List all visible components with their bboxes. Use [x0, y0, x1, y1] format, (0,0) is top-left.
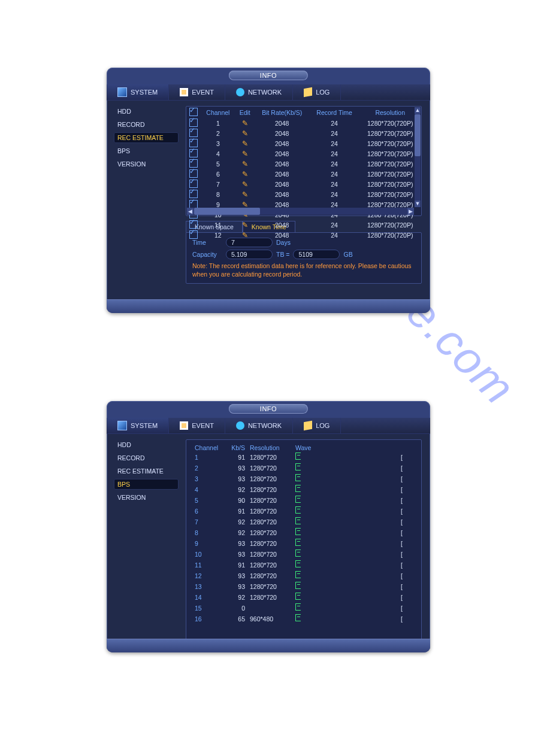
- scroll-left-icon[interactable]: ◀: [187, 208, 194, 215]
- check-icon[interactable]: [189, 159, 198, 168]
- sidebar-item-record[interactable]: RECORD: [114, 119, 179, 130]
- check-icon[interactable]: [189, 139, 198, 147]
- check-icon[interactable]: [189, 149, 198, 157]
- cell-wave: [293, 592, 398, 603]
- check-all-icon[interactable]: [189, 108, 198, 116]
- cell-edit[interactable]: ✎: [235, 139, 255, 149]
- table-row[interactable]: 11✎2048241280*720(720P): [186, 220, 421, 230]
- pencil-icon[interactable]: ✎: [242, 231, 248, 239]
- cell-edit[interactable]: ✎: [235, 230, 255, 241]
- cell-bitrate: 2048: [255, 190, 310, 200]
- check-icon[interactable]: [189, 200, 198, 208]
- cell-bracket: [: [398, 603, 415, 614]
- scroll-thumb-h[interactable]: [194, 208, 260, 215]
- sidebar-item-version[interactable]: VERSION: [114, 159, 179, 169]
- cell-edit[interactable]: ✎: [235, 149, 255, 159]
- table-row: 13931280*720[: [192, 581, 415, 592]
- cell-channel: 8: [201, 190, 235, 200]
- pencil-icon[interactable]: ✎: [242, 190, 248, 199]
- cell-bracket: [: [398, 527, 415, 538]
- table-row[interactable]: 12✎2048241280*720(720P): [186, 230, 421, 241]
- cell-record-time: 24: [310, 129, 359, 139]
- sidebar-item-rec-estimate[interactable]: REC ESTIMATE: [114, 466, 179, 476]
- horizontal-scrollbar[interactable]: ◀ ▶: [187, 208, 414, 215]
- wave-icon: [295, 474, 301, 481]
- sidebar-item-version[interactable]: VERSION: [114, 492, 179, 503]
- table-row[interactable]: 6✎2048241280*720(720P): [186, 169, 421, 180]
- cell-edit[interactable]: ✎: [235, 220, 255, 230]
- check-icon[interactable]: [189, 119, 198, 127]
- cell-edit[interactable]: ✎: [235, 119, 255, 129]
- sidebar-item-hdd[interactable]: HDD: [114, 106, 179, 117]
- table-row[interactable]: 2✎2048241280*720(720P): [186, 129, 421, 139]
- tab-system[interactable]: SYSTEM: [107, 418, 169, 433]
- window-title: INFO: [229, 71, 308, 80]
- table-row[interactable]: 1✎2048241280*720(720P): [186, 119, 421, 129]
- pencil-icon[interactable]: ✎: [242, 170, 248, 178]
- table-row[interactable]: 5✎2048241280*720(720P): [186, 159, 421, 169]
- scroll-down-icon[interactable]: ▼: [415, 201, 421, 207]
- sidebar-item-bps[interactable]: BPS: [114, 479, 179, 490]
- capacity-input[interactable]: 5.109: [226, 250, 273, 259]
- table-row: 1911280*720[: [192, 452, 415, 463]
- cell-resolution: [247, 603, 293, 614]
- wave-icon: [295, 593, 301, 600]
- pencil-icon[interactable]: ✎: [242, 139, 248, 148]
- cell-edit[interactable]: ✎: [235, 169, 255, 180]
- sidebar-item-rec-estimate[interactable]: REC ESTIMATE: [114, 132, 179, 143]
- check-icon[interactable]: [189, 190, 198, 198]
- tab-network[interactable]: NETWORK: [225, 418, 293, 433]
- wave-icon: [295, 517, 301, 524]
- cell-resolution: 1280*720: [247, 473, 293, 484]
- sidebar-item-record[interactable]: RECORD: [114, 453, 179, 463]
- cell-wave: [293, 560, 398, 570]
- wave-icon: [295, 539, 301, 546]
- tab-event[interactable]: EVENT: [169, 418, 225, 433]
- tab-event[interactable]: EVENT: [169, 84, 225, 100]
- cell-bitrate: 2048: [255, 220, 310, 230]
- scroll-thumb[interactable]: [415, 114, 421, 156]
- tab-network[interactable]: NETWORK: [225, 84, 293, 100]
- pencil-icon[interactable]: ✎: [242, 221, 248, 229]
- tab-system[interactable]: SYSTEM: [107, 84, 169, 100]
- check-icon[interactable]: [189, 220, 198, 229]
- cell-bracket: [: [398, 592, 415, 603]
- table-row[interactable]: 4✎2048241280*720(720P): [186, 149, 421, 159]
- cell-edit[interactable]: ✎: [235, 180, 255, 190]
- cell-edit[interactable]: ✎: [235, 129, 255, 139]
- check-icon[interactable]: [189, 129, 198, 137]
- cell-resolution: 1280*720: [247, 452, 293, 463]
- cell-edit[interactable]: ✎: [235, 159, 255, 169]
- gb-input[interactable]: 5109: [293, 250, 340, 259]
- cell-edit[interactable]: ✎: [235, 190, 255, 200]
- sidebar-item-hdd[interactable]: HDD: [114, 439, 179, 450]
- cell-resolution: 1280*720(720P): [359, 230, 421, 241]
- pencil-icon[interactable]: ✎: [242, 160, 248, 168]
- header-channel: Channel: [201, 107, 235, 119]
- wave-icon: [295, 614, 301, 621]
- gb-unit: GB: [343, 251, 352, 258]
- cell-kbs: 93: [225, 473, 247, 484]
- table-row[interactable]: 7✎2048241280*720(720P): [186, 180, 421, 190]
- cell-kbs: 92: [225, 527, 247, 538]
- cell-bitrate: 2048: [255, 230, 310, 241]
- scroll-up-icon[interactable]: ▲: [415, 107, 421, 114]
- table-row: 7921280*720[: [192, 517, 415, 527]
- sidebar-item-bps[interactable]: BPS: [114, 145, 179, 156]
- cell-channel: 15: [192, 603, 225, 614]
- row-checkbox[interactable]: [186, 230, 201, 241]
- pencil-icon[interactable]: ✎: [242, 119, 248, 127]
- vertical-scrollbar[interactable]: ▲ ▼: [415, 107, 421, 207]
- check-icon[interactable]: [189, 169, 198, 178]
- table-row[interactable]: 8✎2048241280*720(720P): [186, 190, 421, 200]
- pencil-icon[interactable]: ✎: [242, 150, 248, 158]
- tab-log[interactable]: LOG: [293, 418, 341, 433]
- pencil-icon[interactable]: ✎: [242, 129, 248, 138]
- pencil-icon[interactable]: ✎: [242, 180, 248, 189]
- check-icon[interactable]: [189, 230, 198, 239]
- check-icon[interactable]: [189, 180, 198, 188]
- table-row[interactable]: 3✎2048241280*720(720P): [186, 139, 421, 149]
- table-row: 4921280*720[: [192, 484, 415, 495]
- tab-log[interactable]: LOG: [293, 84, 341, 100]
- scroll-right-icon[interactable]: ▶: [407, 208, 414, 215]
